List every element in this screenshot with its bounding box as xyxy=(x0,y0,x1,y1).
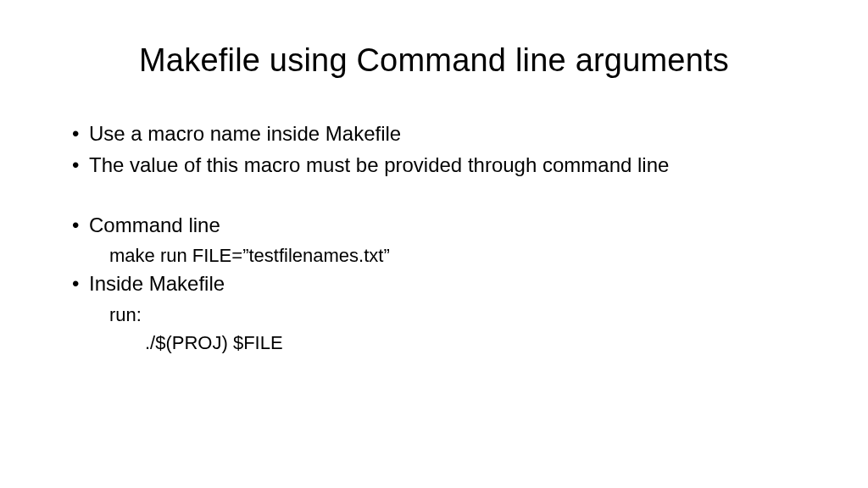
bullet-item: Use a macro name inside Makefile xyxy=(72,119,796,149)
sub-line: make run FILE=”testfilenames.txt” xyxy=(72,241,796,269)
content-list: Inside Makefile xyxy=(72,269,796,299)
spacer xyxy=(72,182,796,211)
slide-title: Makefile using Command line arguments xyxy=(72,42,796,79)
bullet-item: Inside Makefile xyxy=(72,269,796,299)
bullet-item: The value of this macro must be provided… xyxy=(72,151,796,180)
bullet-item: Command line xyxy=(72,211,796,241)
content-list: Command line xyxy=(72,211,796,241)
sub-line: run: xyxy=(72,301,796,329)
sub-line-indented: ./$(PROJ) $FILE xyxy=(72,329,796,357)
content-list: Use a macro name inside Makefile The val… xyxy=(72,119,796,180)
